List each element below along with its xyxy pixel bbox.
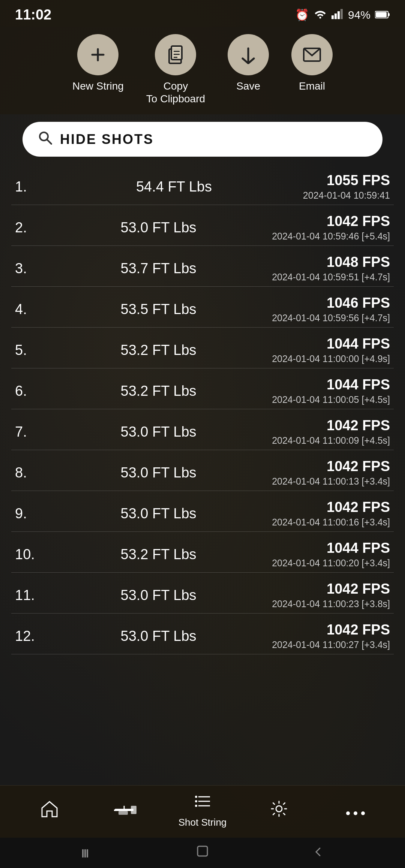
battery-icon [375, 9, 390, 21]
shot-right: 1048 FPS2024-01-04 10:59:51 [+4.7s] [272, 254, 390, 283]
shot-row[interactable]: 11.53.0 FT Lbs1042 FPS2024-01-04 11:00:2… [11, 573, 394, 614]
copy-clipboard-label: CopyTo Clipboard [146, 80, 205, 105]
shot-row[interactable]: 9.53.0 FT Lbs1042 FPS2024-01-04 11:00:16… [11, 491, 394, 532]
save-button[interactable]: Save [228, 34, 269, 93]
shot-fps: 1042 FPS [272, 418, 390, 434]
nav-rifle[interactable] [88, 801, 164, 821]
shot-number: 7. [15, 424, 45, 440]
shot-string-label: Shot String [178, 817, 227, 828]
shot-row[interactable]: 5.53.2 FT Lbs1044 FPS2024-01-04 11:00:00… [11, 328, 394, 368]
shot-right: 1044 FPS2024-01-04 11:00:05 [+4.5s] [272, 377, 390, 405]
new-string-label: New String [72, 80, 124, 93]
shot-row[interactable]: 1.54.4 FT Lbs1055 FPS2024-01-04 10:59:41 [11, 164, 394, 205]
new-string-button[interactable]: New String [72, 34, 124, 93]
email-button[interactable]: Email [291, 34, 333, 93]
shot-number: 10. [15, 546, 45, 563]
shot-row[interactable]: 3.53.7 FT Lbs1048 FPS2024-01-04 10:59:51… [11, 246, 394, 287]
shot-fps: 1042 FPS [272, 458, 390, 474]
rifle-icon [113, 801, 139, 821]
hide-shots-label: HIDE SHOTS [60, 132, 154, 147]
shot-timestamp: 2024-01-04 11:00:05 [+4.5s] [272, 394, 390, 405]
shot-row[interactable]: 7.53.0 FT Lbs1042 FPS2024-01-04 11:00:09… [11, 409, 394, 450]
search-bar[interactable]: HIDE SHOTS [22, 122, 382, 157]
android-home-btn[interactable] [196, 844, 209, 861]
shot-number: 5. [15, 342, 45, 358]
svg-rect-2 [334, 13, 337, 19]
shot-right: 1042 FPS2024-01-04 11:00:23 [+3.8s] [272, 581, 390, 609]
svg-point-32 [354, 811, 357, 815]
svg-point-26 [195, 800, 197, 802]
svg-point-24 [195, 796, 197, 798]
shot-energy: 53.0 FT Lbs [45, 424, 272, 440]
shot-right: 1042 FPS2024-01-04 11:00:27 [+3.4s] [272, 622, 390, 650]
bottom-nav: Shot String [0, 785, 405, 838]
shot-timestamp: 2024-01-04 10:59:41 [303, 190, 390, 201]
shot-number: 3. [15, 260, 45, 277]
settings-icon [270, 799, 288, 822]
shot-timestamp: 2024-01-04 10:59:51 [+4.7s] [272, 272, 390, 283]
shot-row[interactable]: 12.53.0 FT Lbs1042 FPS2024-01-04 11:00:2… [11, 614, 394, 654]
shot-list: 1.54.4 FT Lbs1055 FPS2024-01-04 10:59:41… [0, 164, 405, 785]
signal-icon [332, 8, 344, 22]
shot-timestamp: 2024-01-04 10:59:56 [+4.7s] [272, 313, 390, 323]
shot-energy: 53.7 FT Lbs [45, 260, 272, 277]
shot-right: 1044 FPS2024-01-04 11:00:20 [+3.4s] [272, 540, 390, 569]
svg-point-30 [276, 806, 282, 812]
copy-clipboard-button[interactable]: CopyTo Clipboard [146, 34, 205, 105]
shot-number: 2. [15, 220, 45, 236]
nav-settings[interactable] [241, 799, 317, 822]
android-back-btn[interactable] [312, 845, 324, 861]
nav-more[interactable] [317, 801, 394, 821]
svg-rect-21 [114, 810, 118, 811]
svg-rect-34 [82, 849, 84, 858]
shot-timestamp: 2024-01-04 11:00:09 [+4.5s] [272, 435, 390, 446]
wifi-icon [314, 8, 327, 22]
alarm-icon: ⏰ [295, 8, 309, 21]
shot-fps: 1055 FPS [303, 172, 390, 189]
shot-number: 6. [15, 383, 45, 399]
more-icon [344, 801, 367, 821]
battery-percentage: 94% [348, 9, 370, 21]
status-icons: ⏰ 94% [295, 8, 390, 22]
svg-rect-23 [118, 811, 128, 815]
shot-fps: 1042 FPS [272, 213, 390, 229]
shot-energy: 53.0 FT Lbs [45, 220, 272, 236]
search-icon [38, 130, 52, 148]
shot-energy: 53.0 FT Lbs [45, 465, 272, 481]
shot-row[interactable]: 6.53.2 FT Lbs1044 FPS2024-01-04 11:00:05… [11, 368, 394, 409]
shot-energy: 53.2 FT Lbs [45, 383, 272, 399]
shot-timestamp: 2024-01-04 11:00:16 [+3.4s] [272, 517, 390, 528]
shot-row[interactable]: 8.53.0 FT Lbs1042 FPS2024-01-04 11:00:13… [11, 450, 394, 491]
save-icon [228, 34, 269, 75]
shot-row[interactable]: 10.53.2 FT Lbs1044 FPS2024-01-04 11:00:2… [11, 532, 394, 573]
shot-string-icon [193, 793, 212, 814]
shot-fps: 1048 FPS [272, 254, 390, 270]
svg-rect-6 [376, 12, 387, 17]
android-recent-btn[interactable] [81, 845, 93, 861]
nav-home[interactable] [11, 800, 88, 822]
svg-rect-3 [338, 11, 340, 19]
shot-energy: 53.2 FT Lbs [45, 342, 272, 358]
shot-energy: 53.0 FT Lbs [45, 587, 272, 603]
save-label: Save [236, 80, 260, 93]
shot-right: 1042 FPS2024-01-04 10:59:46 [+5.4s] [272, 213, 390, 242]
shot-timestamp: 2024-01-04 11:00:23 [+3.8s] [272, 599, 390, 609]
svg-rect-7 [388, 13, 390, 16]
shot-fps: 1044 FPS [272, 336, 390, 352]
shot-energy: 53.0 FT Lbs [45, 628, 272, 644]
shot-right: 1055 FPS2024-01-04 10:59:41 [303, 172, 390, 201]
shot-row[interactable]: 2.53.0 FT Lbs1042 FPS2024-01-04 10:59:46… [11, 205, 394, 246]
svg-point-31 [346, 811, 350, 815]
shot-fps: 1046 FPS [272, 295, 390, 311]
shot-fps: 1042 FPS [272, 499, 390, 515]
nav-shot-string[interactable]: Shot String [164, 793, 241, 828]
status-bar: 11:02 ⏰ 94% [0, 0, 405, 27]
shot-timestamp: 2024-01-04 10:59:46 [+5.4s] [272, 231, 390, 242]
shot-row[interactable]: 4.53.5 FT Lbs1046 FPS2024-01-04 10:59:56… [11, 287, 394, 328]
shot-timestamp: 2024-01-04 11:00:00 [+4.9s] [272, 353, 390, 364]
home-icon [40, 800, 59, 822]
shot-number: 8. [15, 465, 45, 481]
shot-number: 1. [15, 179, 45, 195]
shot-energy: 54.4 FT Lbs [45, 179, 303, 195]
shot-energy: 53.0 FT Lbs [45, 506, 272, 522]
